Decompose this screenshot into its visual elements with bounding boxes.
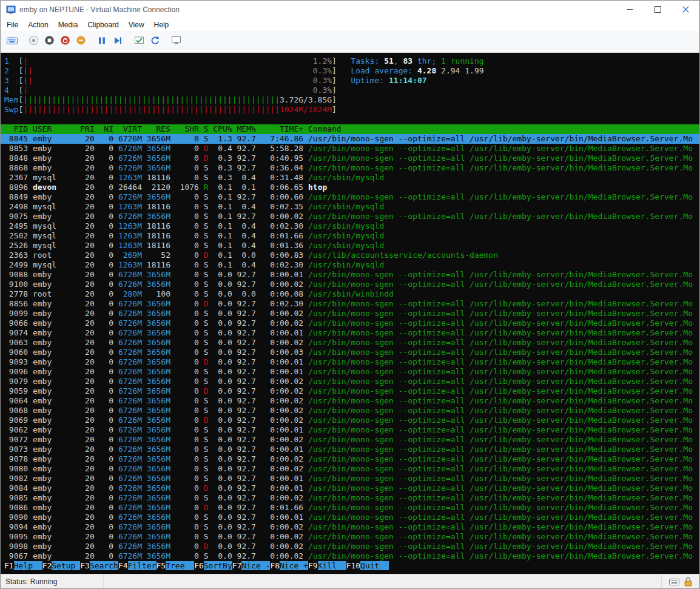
process-row-9095[interactable]: 9095 emby 20 0 6726M 3656M 0 S 0.0 92.7 … <box>1 532 699 542</box>
menu-media[interactable]: Media <box>53 19 83 31</box>
process-row-9093[interactable]: 9093 emby 20 0 6726M 3656M 0 D 0.0 92.7 … <box>1 357 699 367</box>
terminal[interactable]: 1 [| 1.2%] Tasks: 51, 83 thr; 1 running2… <box>1 53 699 574</box>
memory-meter: Mem[||||||||||||||||||||||||||||||||||||… <box>1 95 699 105</box>
process-row-2526[interactable]: 2526 mysql 20 0 1263M 18116 0 S 0.1 0.4 … <box>1 241 699 251</box>
revert-button[interactable] <box>147 33 163 49</box>
process-row-9063[interactable]: 9063 emby 20 0 6726M 3656M 0 S 0.0 92.7 … <box>1 338 699 348</box>
process-row-9064[interactable]: 9064 emby 20 0 6726M 3656M 0 S 0.0 92.7 … <box>1 396 699 406</box>
process-row-9100[interactable]: 9100 emby 20 0 6726M 3656M 0 S 0.0 92.7 … <box>1 280 699 289</box>
pause-button[interactable] <box>94 33 110 49</box>
turn-off-button[interactable] <box>41 33 57 49</box>
fkey-f6[interactable]: F6SortBy <box>194 561 232 570</box>
enhanced-session-icon <box>171 35 181 45</box>
status-text: Status: Running <box>5 577 57 586</box>
ctrl-alt-del-icon <box>7 35 18 46</box>
cpu2-meter: 2 [|| 0.3%] Load average: 4.28 2.94 1.99 <box>1 66 699 76</box>
process-row-2363[interactable]: 2363 root 20 0 269M 52 0 D 0.1 0.0 0:00.… <box>1 251 699 260</box>
process-row-9080[interactable]: 9080 emby 20 0 6726M 3656M 0 S 0.0 92.7 … <box>1 464 699 474</box>
process-row-2778[interactable]: 2778 root 20 0 280M 100 0 S 0.0 0.0 0:00… <box>1 289 699 299</box>
checkpoint-button[interactable] <box>131 33 147 49</box>
process-table-header[interactable]: PID USER PRI NI VIRT RES SHR S CPU% MEM%… <box>1 124 699 134</box>
minimize-button[interactable] <box>616 1 644 18</box>
close-icon <box>682 6 689 13</box>
fkey-f3[interactable]: F3Search <box>80 561 118 570</box>
process-row-9096[interactable]: 9096 emby 20 0 6726M 3656M 0 S 0.0 92.7 … <box>1 367 699 377</box>
process-row-9084[interactable]: 9084 emby 20 0 6726M 3656M 0 D 0.0 92.7 … <box>1 483 699 493</box>
process-row-9072[interactable]: 9072 emby 20 0 6726M 3656M 0 S 0.0 92.7 … <box>1 435 699 445</box>
process-row-9073[interactable]: 9073 emby 20 0 6726M 3656M 0 S 0.0 92.7 … <box>1 445 699 454</box>
shutdown-button[interactable] <box>57 33 73 49</box>
process-row-9082[interactable]: 9082 emby 20 0 6726M 3656M 0 S 0.0 92.7 … <box>1 474 699 483</box>
fkey-f5[interactable]: F5Tree <box>156 561 195 570</box>
close-button[interactable] <box>671 1 699 18</box>
process-row-9059[interactable]: 9059 emby 20 0 6726M 3656M 0 D 0.0 92.7 … <box>1 386 699 396</box>
process-row-9099[interactable]: 9099 emby 20 0 6726M 3656M 0 S 0.0 92.7 … <box>1 309 699 318</box>
checkpoint-icon <box>134 35 144 45</box>
process-row-9094[interactable]: 9094 emby 20 0 6726M 3656M 0 S 0.0 92.7 … <box>1 522 699 532</box>
process-row-2495[interactable]: 2495 mysql 20 0 1263M 18116 0 S 0.1 0.4 … <box>1 221 699 231</box>
process-row-9098[interactable]: 9098 emby 20 0 6726M 3656M 0 D 0.0 92.7 … <box>1 542 699 551</box>
process-row-9067[interactable]: 9067 emby 20 0 6726M 3656M 0 S 0.0 92.7 … <box>1 551 699 561</box>
process-row-9062[interactable]: 9062 emby 20 0 6726M 3656M 0 S 0.0 92.7 … <box>1 425 699 435</box>
fkey-f1[interactable]: F1Help <box>4 561 42 570</box>
save-icon <box>76 35 86 45</box>
menu-clipboard[interactable]: Clipboard <box>82 19 123 31</box>
process-row-8853[interactable]: 8853 emby 20 0 6726M 3656M 0 D 0.4 92.7 … <box>1 144 699 153</box>
save-button[interactable] <box>73 33 89 49</box>
maximize-icon <box>655 6 661 13</box>
process-row-8896[interactable]: 8896 devon 20 0 26464 2120 1076 R 0.1 0.… <box>1 183 699 192</box>
cpu3-meter: 3 [|| 0.3%] Uptime: 11:14:07 <box>1 76 699 86</box>
lock-icon <box>684 577 692 587</box>
window-controls <box>616 1 699 18</box>
process-row-2498[interactable]: 2498 mysql 20 0 1263M 18116 0 S 0.1 0.4 … <box>1 202 699 212</box>
menu-file[interactable]: File <box>2 19 23 31</box>
process-row-9079[interactable]: 9079 emby 20 0 6726M 3656M 0 S 0.0 92.7 … <box>1 377 699 386</box>
process-row-8848[interactable]: 8848 emby 20 0 6726M 3656M 0 D 0.3 92.7 … <box>1 153 699 163</box>
fkey-f9[interactable]: F9Kill <box>308 561 346 570</box>
fkey-f10[interactable]: F10Quit <box>346 561 389 570</box>
process-row-8856[interactable]: 8856 emby 20 0 6726M 3656M 0 D 0.0 92.7 … <box>1 299 699 309</box>
process-row-8845[interactable]: 8845 emby 20 0 6726M 3656M 0 S 1.3 92.7 … <box>1 134 699 144</box>
process-row-9086[interactable]: 9086 emby 20 0 6726M 3656M 0 D 0.0 92.7 … <box>1 503 699 513</box>
fkey-f8[interactable]: F8Nice + <box>270 561 308 570</box>
process-row-8849[interactable]: 8849 emby 20 0 6726M 3656M 0 S 0.1 92.7 … <box>1 192 699 202</box>
menu-action[interactable]: Action <box>23 19 53 31</box>
process-row-9068[interactable]: 9068 emby 20 0 6726M 3656M 0 S 0.0 92.7 … <box>1 406 699 416</box>
ctrl-alt-del-button[interactable] <box>4 33 20 49</box>
process-row-9090[interactable]: 9090 emby 20 0 6726M 3656M 0 S 0.0 92.7 … <box>1 513 699 522</box>
process-row-2499[interactable]: 2499 mysql 20 0 1263M 18116 0 S 0.1 0.4 … <box>1 260 699 270</box>
menu-bar: FileActionMediaClipboardViewHelp <box>1 18 699 31</box>
process-row-9078[interactable]: 9078 emby 20 0 6726M 3656M 0 S 0.0 92.7 … <box>1 454 699 464</box>
process-row-2367[interactable]: 2367 mysql 20 0 1263M 18116 0 S 0.3 0.4 … <box>1 173 699 183</box>
start-icon <box>29 35 39 45</box>
process-row-2502[interactable]: 2502 mysql 20 0 1263M 18116 0 S 0.1 0.4 … <box>1 231 699 241</box>
process-row-9085[interactable]: 9085 emby 20 0 6726M 3656M 0 S 0.0 92.7 … <box>1 493 699 503</box>
fkey-f4[interactable]: F4Filter <box>118 561 156 570</box>
process-row-9075[interactable]: 9075 emby 20 0 6726M 3656M 0 S 0.1 92.7 … <box>1 212 699 221</box>
fkey-f2[interactable]: F2Setup <box>42 561 81 570</box>
process-row-9074[interactable]: 9074 emby 20 0 6726M 3656M 0 S 0.0 92.7 … <box>1 328 699 338</box>
function-key-bar: F1Help F2Setup F3SearchF4FilterF5Tree F6… <box>1 561 699 571</box>
cpu4-meter: 4 [| 0.3%] <box>1 86 699 95</box>
enhanced-session-button[interactable] <box>168 33 184 49</box>
vm-connection-window: emby on NEPTUNE - Virtual Machine Connec… <box>0 0 700 589</box>
swap-meter: Swp[||||||||||||||||||||||||||||||||||||… <box>1 105 699 115</box>
menu-help[interactable]: Help <box>149 19 174 31</box>
maximize-button[interactable] <box>644 1 671 18</box>
resume-button[interactable] <box>110 33 126 49</box>
keyboard-icon <box>669 579 679 585</box>
shutdown-icon <box>60 35 70 45</box>
app-icon <box>6 5 16 15</box>
process-row-9088[interactable]: 9088 emby 20 0 6726M 3656M 0 S 0.0 92.7 … <box>1 270 699 280</box>
fkey-f7[interactable]: F7Nice - <box>232 561 271 570</box>
process-row-8868[interactable]: 8868 emby 20 0 6726M 3656M 0 S 0.3 92.7 … <box>1 163 699 173</box>
start-button[interactable] <box>25 33 41 49</box>
cpu1-meter: 1 [| 1.2%] Tasks: 51, 83 thr; 1 running <box>1 56 699 66</box>
process-row-9060[interactable]: 9060 emby 20 0 6726M 3656M 0 S 0.0 92.7 … <box>1 348 699 357</box>
menu-view[interactable]: View <box>124 19 149 31</box>
process-row-9066[interactable]: 9066 emby 20 0 6726M 3656M 0 S 0.0 92.7 … <box>1 318 699 328</box>
pause-icon <box>97 36 107 45</box>
turn-off-icon <box>44 35 55 45</box>
blank-line <box>1 115 699 124</box>
process-row-9069[interactable]: 9069 emby 20 0 6726M 3656M 0 D 0.0 92.7 … <box>1 416 699 425</box>
